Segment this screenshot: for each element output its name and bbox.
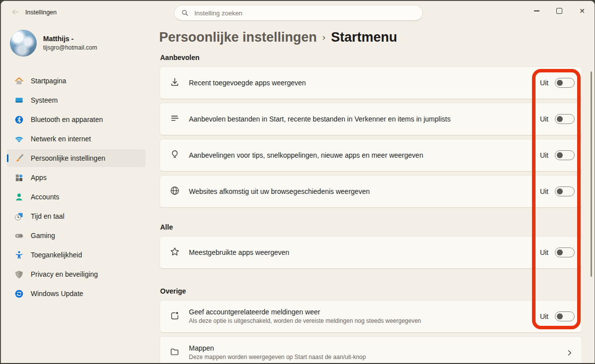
settings-row-mappen[interactable]: Mappen Deze mappen worden weergegeven op… bbox=[160, 336, 582, 363]
titlebar: Instellingen ✕ bbox=[1, 1, 595, 25]
accounts-icon bbox=[14, 192, 24, 202]
time-language-icon bbox=[14, 211, 24, 221]
sidebar-item-bluetooth-en-apparaten[interactable]: Bluetooth en apparaten bbox=[7, 111, 146, 128]
user-name: Matthijs - bbox=[43, 35, 97, 44]
notification-icon bbox=[170, 310, 180, 323]
toggle-switch[interactable] bbox=[555, 114, 575, 124]
settings-row-aanbevelingen-voor-tips-snelkoppelingen-: Aanbevelingen voor tips, snelkoppelingen… bbox=[160, 139, 582, 172]
sidebar-nav: Startpagina Systeem Bluetooth en apparat… bbox=[1, 72, 152, 303]
settings-row-recent-toegevoegde-apps-weergeven: Recent toegevoegde apps weergeven Uit bbox=[160, 66, 582, 99]
section-label: Alle bbox=[160, 223, 582, 231]
toggle-state-label: Uit bbox=[540, 187, 548, 195]
section-alle: Alle Meestgebruikte apps weergeven Uit bbox=[160, 223, 582, 269]
sidebar-item-systeem[interactable]: Systeem bbox=[7, 91, 146, 109]
settings-row-websites-afkomstig-uit-uw-browsegeschied: Websites afkomstig uit uw browsegeschied… bbox=[160, 175, 582, 208]
privacy-icon bbox=[14, 269, 24, 279]
selected-accent-bar bbox=[7, 154, 8, 162]
search-input[interactable] bbox=[193, 9, 422, 17]
network-icon bbox=[14, 134, 24, 144]
sidebar-item-label: Systeem bbox=[31, 96, 58, 104]
row-title: Recent toegevoegde apps weergeven bbox=[189, 78, 535, 87]
toggle-knob bbox=[557, 188, 563, 194]
row-subtitle: Deze mappen worden weergegeven op Start … bbox=[189, 354, 561, 362]
sidebar-item-apps[interactable]: Apps bbox=[7, 169, 146, 186]
star-icon bbox=[170, 246, 180, 259]
back-arrow-icon bbox=[11, 8, 19, 18]
sidebar-item-label: Startpagina bbox=[31, 77, 66, 85]
sidebar-item-netwerk-en-internet[interactable]: Netwerk en internet bbox=[7, 130, 146, 148]
avatar bbox=[10, 30, 37, 57]
sidebar-item-toegankelijkheid[interactable]: Toegankelijkheid bbox=[7, 246, 146, 264]
settings-row-aanbevolen-bestanden-in-start-recente-be: Aanbevolen bestanden in Start, recente b… bbox=[160, 103, 582, 135]
bluetooth-icon bbox=[14, 115, 24, 124]
sidebar-item-label: Apps bbox=[31, 174, 47, 182]
search-icon bbox=[181, 9, 188, 16]
toggle-state-label: Uit bbox=[540, 312, 548, 320]
sidebar-item-label: Toegankelijkheid bbox=[31, 251, 82, 259]
back-button[interactable] bbox=[10, 7, 21, 18]
chevron-right-icon bbox=[566, 350, 573, 356]
row-title: Aanbevelingen voor tips, snelkoppelingen… bbox=[189, 151, 535, 160]
row-subtitle: Als deze optie is uitgeschakeld, worden … bbox=[189, 317, 535, 325]
maximize-icon bbox=[556, 8, 562, 14]
globe-icon bbox=[170, 185, 180, 198]
search-box[interactable] bbox=[174, 5, 423, 21]
settings-content: Aanbevolen Recent toegevoegde apps weerg… bbox=[160, 54, 582, 363]
user-email: tijsgro@hotmail.com bbox=[43, 44, 97, 52]
maximize-button[interactable] bbox=[548, 1, 571, 21]
settings-window: Instellingen ✕ Matthijs - tijsgro@hotmai… bbox=[0, 0, 595, 363]
toggle-state-label: Uit bbox=[540, 79, 548, 87]
settings-row-geef-accountgerelateerde-meldingen-weer: Geef accountgerelateerde meldingen weer … bbox=[160, 300, 582, 333]
toggle-knob bbox=[557, 80, 563, 86]
user-block[interactable]: Matthijs - tijsgro@hotmail.com bbox=[1, 25, 152, 57]
breadcrumb-parent[interactable]: Persoonlijke instellingen bbox=[159, 30, 317, 45]
breadcrumb-current: Startmenu bbox=[331, 30, 397, 45]
settings-row-meestgebruikte-apps-weergeven: Meestgebruikte apps weergeven Uit bbox=[160, 236, 582, 269]
sidebar-item-gaming[interactable]: Gaming bbox=[7, 227, 146, 244]
sidebar-item-label: Netwerk en internet bbox=[31, 135, 91, 143]
system-icon bbox=[14, 95, 24, 105]
toggle-switch[interactable] bbox=[555, 311, 575, 321]
apps-icon bbox=[14, 173, 24, 182]
toggle-switch[interactable] bbox=[555, 150, 575, 160]
toggle-knob bbox=[557, 313, 563, 319]
toggle-switch[interactable] bbox=[555, 247, 575, 257]
sidebar-item-startpagina[interactable]: Startpagina bbox=[7, 72, 146, 90]
close-button[interactable]: ✕ bbox=[571, 1, 594, 21]
sidebar-item-windows-update[interactable]: Windows Update bbox=[7, 285, 146, 303]
toggle-knob bbox=[557, 249, 563, 255]
section-label: Overige bbox=[160, 287, 582, 295]
sidebar-item-label: Windows Update bbox=[31, 290, 83, 298]
toggle-state-label: Uit bbox=[540, 115, 548, 123]
home-icon bbox=[14, 76, 24, 86]
sidebar: Matthijs - tijsgro@hotmail.com Startpagi… bbox=[1, 25, 152, 363]
row-title: Meestgebruikte apps weergeven bbox=[189, 248, 535, 257]
sidebar-item-label: Accounts bbox=[31, 193, 60, 201]
toggle-knob bbox=[557, 116, 563, 122]
sidebar-item-tijd-en-taal[interactable]: Tijd en taal bbox=[7, 207, 146, 225]
toggle-state-label: Uit bbox=[540, 248, 548, 256]
app-title: Instellingen bbox=[25, 9, 57, 16]
sidebar-item-accounts[interactable]: Accounts bbox=[7, 188, 146, 206]
windows-update-icon bbox=[14, 289, 24, 299]
list-lines-icon bbox=[170, 113, 180, 125]
toggle-switch[interactable] bbox=[555, 78, 575, 88]
row-title: Websites afkomstig uit uw browsegeschied… bbox=[189, 187, 535, 196]
section-aanbevolen: Aanbevolen Recent toegevoegde apps weerg… bbox=[160, 54, 582, 208]
minimize-icon bbox=[534, 10, 539, 11]
sidebar-item-label: Tijd en taal bbox=[31, 212, 64, 220]
minimize-button[interactable] bbox=[525, 1, 548, 21]
sidebar-item-persoonlijke-instellingen[interactable]: Persoonlijke instellingen bbox=[7, 149, 146, 167]
sidebar-item-privacy-en-beveiliging[interactable]: Privacy en beveiliging bbox=[7, 265, 146, 283]
scrollbar-thumb[interactable] bbox=[591, 71, 592, 277]
personalization-icon bbox=[14, 153, 24, 163]
sidebar-item-label: Privacy en beveiliging bbox=[31, 270, 98, 278]
sidebar-item-label: Gaming bbox=[31, 232, 55, 240]
row-title: Geef accountgerelateerde meldingen weer bbox=[189, 307, 535, 316]
folder-icon bbox=[170, 347, 180, 359]
section-overige: Overige Geef accountgerelateerde melding… bbox=[160, 287, 582, 363]
close-icon: ✕ bbox=[579, 7, 585, 14]
toggle-switch[interactable] bbox=[555, 186, 575, 196]
sidebar-item-label: Bluetooth en apparaten bbox=[31, 116, 103, 123]
gaming-icon bbox=[14, 231, 24, 241]
